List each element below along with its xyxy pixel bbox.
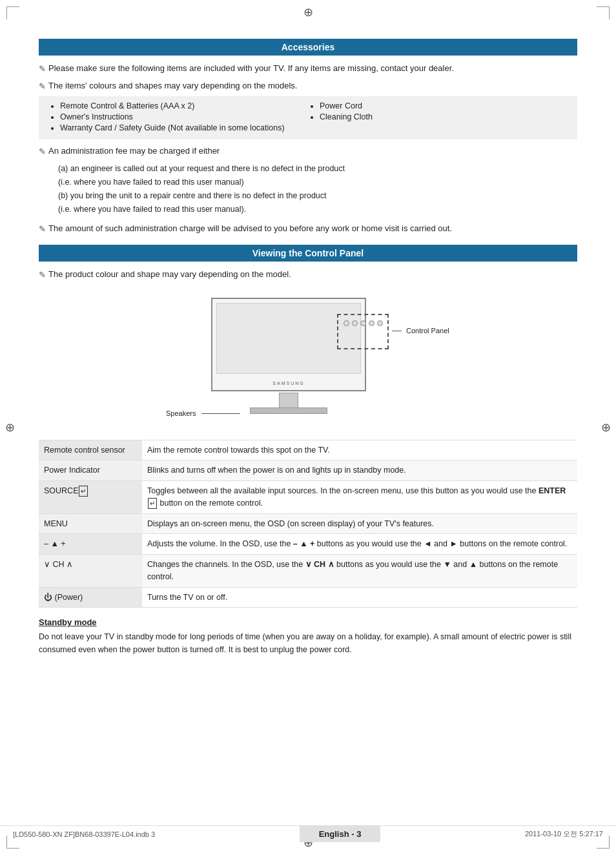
list-item: Warranty Card / Safety Guide (Not availa… [60, 123, 308, 132]
list-item: Power Cord [320, 101, 568, 110]
control-panel-table: Remote control sensor Aim the remote con… [39, 440, 577, 608]
amount-note-text: The amount of such administration charge… [48, 222, 452, 235]
accessories-list-col2: Power Cord Cleaning Cloth [308, 101, 568, 121]
cp-btn [377, 320, 383, 326]
accessories-note2-text: The items' colours and shapes may vary d… [48, 79, 297, 92]
admin-line: (i.e. where you have failed to read this… [58, 176, 577, 189]
accessories-note1-text: Please make sure the following items are… [48, 62, 454, 75]
table-cell-label: MENU [39, 513, 142, 534]
accessories-list-col1: Remote Control & Batteries (AAA x 2) Own… [48, 101, 308, 132]
control-panel-section: Viewing the Control Panel ✎ The product … [39, 245, 577, 608]
admin-line: (i.e. where you have failed to read this… [58, 203, 577, 216]
admin-note-line: ✎ An administration fee may be charged i… [39, 145, 577, 158]
note-icon-3: ✎ [39, 145, 46, 158]
print-mark-top: ⊕ [303, 5, 313, 19]
control-panel-label: Control Panel [392, 327, 449, 335]
table-cell-desc: Toggles between all the available input … [142, 481, 577, 514]
standby-title: Standby mode [39, 617, 577, 627]
list-item: Remote Control & Batteries (AAA x 2) [60, 101, 308, 110]
footer-left: [LD550-580-XN ZF]BN68-03397E-L04.indb 3 [13, 830, 155, 838]
table-cell-desc: Adjusts the volume. In the OSD, use the … [142, 534, 577, 555]
accessories-col2: Power Cord Cleaning Cloth [308, 101, 568, 134]
table-row: ⏻ (Power) Turns the TV on or off. [39, 587, 577, 608]
accessories-section: Accessories ✎ Please make sure the follo… [39, 39, 577, 235]
footer-center: English - 3 [300, 826, 381, 842]
table-cell-label: Remote control sensor [39, 440, 142, 460]
control-panel-box [337, 314, 389, 349]
page: ⊕ ⊕ ⊕ ⊕ Accessories ✎ Please make sure t… [0, 0, 616, 855]
page-footer: [LD550-580-XN ZF]BN68-03397E-L04.indb 3 … [0, 825, 616, 842]
accessories-note1: ✎ Please make sure the following items a… [39, 62, 577, 76]
table-row: ∨ CH ∧ Changes the channels. In the OSD,… [39, 555, 577, 588]
table-cell-label: Power Indicator [39, 460, 142, 481]
admin-line: (b) you bring the unit to a repair centr… [58, 189, 577, 203]
accessories-header: Accessories [39, 39, 577, 56]
table-row: Remote control sensor Aim the remote con… [39, 440, 577, 460]
standby-section: Standby mode Do not leave your TV in sta… [39, 617, 577, 656]
tv-stand-base [250, 407, 327, 414]
tv-diagram-container: Speakers SAMSUNG [147, 291, 469, 433]
note-icon-5: ✎ [39, 269, 46, 282]
samsung-label: SAMSUNG [272, 381, 304, 386]
table-row: – ▲ + Adjusts the volume. In the OSD, us… [39, 534, 577, 555]
enter-icon: ↵ [148, 498, 157, 509]
table-cell-desc: Displays an on-screen menu, the OSD (on … [142, 513, 577, 534]
control-buttons [338, 315, 387, 331]
table-cell-label: ⏻ (Power) [39, 587, 142, 608]
cp-btn [360, 320, 366, 326]
admin-line: (a) an engineer is called out at your re… [58, 162, 577, 176]
print-mark-right: ⊕ [601, 420, 611, 435]
list-item: Cleaning Cloth [320, 112, 568, 121]
control-panel-note-text: The product colour and shape may vary de… [48, 268, 291, 281]
amount-note-line: ✎ The amount of such administration char… [39, 222, 577, 236]
admin-details: (a) an engineer is called out at your re… [39, 162, 577, 217]
admin-block: ✎ An administration fee may be charged i… [39, 145, 577, 217]
standby-text: Do not leave your TV in standby mode for… [39, 630, 577, 656]
control-panel-note: ✎ The product colour and shape may vary … [39, 268, 577, 282]
table-row: SOURCE↵ Toggles between all the availabl… [39, 481, 577, 514]
cp-btn [369, 320, 375, 326]
corner-mark-tl [6, 6, 19, 19]
enter-icon: ↵ [79, 486, 88, 497]
table-cell-label: SOURCE↵ [39, 481, 142, 514]
table-cell-desc: Turns the TV on or off. [142, 587, 577, 608]
table-row: Power Indicator Blinks and turns off whe… [39, 460, 577, 481]
cp-btn [344, 320, 349, 326]
control-panel-header: Viewing the Control Panel [39, 245, 577, 262]
admin-note-text: An administration fee may be charged if … [48, 145, 220, 158]
footer-right: 2011-03-10 오전 5:27:17 [525, 829, 603, 839]
accessories-title: Accessories [282, 42, 335, 52]
accessories-col1: Remote Control & Batteries (AAA x 2) Own… [48, 101, 308, 134]
table-row: MENU Displays an on-screen menu, the OSD… [39, 513, 577, 534]
cp-btn [352, 320, 358, 326]
table-cell-desc: Blinks and turns off when the power is o… [142, 460, 577, 481]
table-cell-desc: Changes the channels. In the OSD, use th… [142, 555, 577, 588]
print-mark-left: ⊕ [5, 420, 15, 435]
accessories-list: Remote Control & Batteries (AAA x 2) Own… [39, 96, 577, 139]
control-panel-title: Viewing the Control Panel [252, 248, 364, 258]
list-item: Owner's Instructions [60, 112, 308, 121]
note-icon-2: ✎ [39, 80, 46, 93]
note-icon-4: ✎ [39, 223, 46, 236]
table-cell-label: – ▲ + [39, 534, 142, 555]
accessories-note2: ✎ The items' colours and shapes may vary… [39, 79, 577, 93]
table-cell-desc: Aim the remote control towards this spot… [142, 440, 577, 460]
note-icon-1: ✎ [39, 63, 46, 76]
corner-mark-tr [597, 6, 610, 19]
table-cell-label: ∨ CH ∧ [39, 555, 142, 588]
tv-diagram-wrapper: Speakers SAMSUNG [39, 291, 577, 433]
tv-stand-pole [279, 393, 298, 409]
